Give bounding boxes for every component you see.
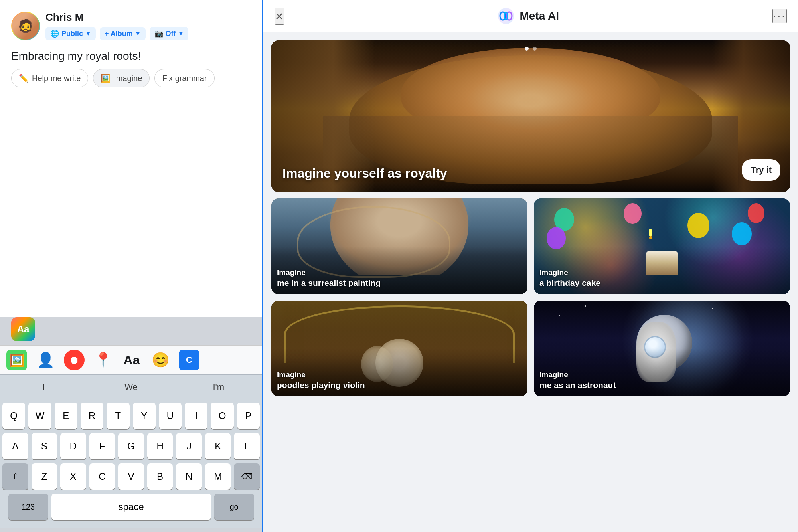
post-text: Embracing my royal roots! — [0, 47, 262, 69]
surrealist-card-text: Imagine me in a surrealist painting — [277, 268, 522, 289]
birthday-card-text: Imagine a birthday cake — [539, 268, 784, 289]
avatar: 🧔 — [11, 12, 40, 40]
more-options-button[interactable]: ··· — [772, 9, 787, 23]
key-B[interactable]: B — [147, 463, 173, 490]
public-button[interactable]: 🌐 Public ▼ — [45, 27, 96, 40]
user-name: Chris M — [45, 11, 188, 24]
key-Q[interactable]: Q — [2, 403, 25, 429]
dot-2 — [533, 47, 537, 51]
card-poodle[interactable]: Imagine poodles playing violin — [271, 301, 527, 396]
aa-button[interactable]: Aa — [11, 317, 35, 341]
pencil-icon: ✏️ — [19, 73, 29, 83]
key-L[interactable]: L — [234, 433, 260, 459]
suggestion-Im[interactable]: I'm — [175, 380, 262, 394]
keyboard-toolbar: 🖼️ 👤 ⏺ 📍 Aa 😊 C — [0, 345, 262, 374]
location-icon[interactable]: 📍 — [93, 350, 113, 370]
key-row-1: Q W E R T Y U I O P — [2, 403, 260, 429]
suggestions-row: I We I'm — [0, 374, 262, 399]
key-row-bottom: 123 space go — [2, 494, 260, 528]
key-G[interactable]: G — [118, 433, 144, 459]
key-I[interactable]: I — [185, 403, 207, 429]
key-row-3: ⇧ Z X C V B N M ⌫ — [2, 463, 260, 490]
key-R[interactable]: R — [81, 403, 103, 429]
video-icon[interactable]: ⏺ — [64, 350, 85, 370]
suggestion-I[interactable]: I — [0, 380, 87, 394]
key-T[interactable]: T — [107, 403, 129, 429]
key-K[interactable]: K — [205, 433, 231, 459]
emoji-icon[interactable]: 😊 — [150, 350, 171, 370]
key-A[interactable]: A — [2, 433, 28, 459]
poodle-card-text: Imagine poodles playing violin — [277, 370, 522, 391]
key-shift[interactable]: ⇧ — [2, 463, 28, 490]
right-panel: × Meta AI ··· — [263, 0, 798, 532]
key-delete[interactable]: ⌫ — [234, 463, 260, 490]
dot-1 — [525, 47, 529, 51]
keyboard-area: Aa 🖼️ 👤 ⏺ 📍 Aa 😊 C I We I'm Q W — [0, 317, 262, 532]
hero-text: Imagine yourself as royalty — [282, 166, 734, 181]
photo-icon[interactable]: 🖼️ — [6, 350, 27, 370]
small-grid-row-2: Imagine poodles playing violin — [271, 301, 790, 396]
meta-ai-title: Meta AI — [497, 7, 559, 25]
key-numbers[interactable]: 123 — [8, 494, 48, 520]
card-birthday[interactable]: Imagine a birthday cake — [534, 198, 790, 294]
card-surrealist[interactable]: Imagine me in a surrealist painting — [271, 198, 527, 294]
post-header: 🧔 Chris M 🌐 Public ▼ + Album ▼ 📷 Off ▼ — [0, 0, 262, 47]
key-N[interactable]: N — [176, 463, 202, 490]
album-chevron-icon: ▼ — [135, 30, 141, 37]
key-C[interactable]: C — [89, 463, 115, 490]
meta-ai-header: × Meta AI ··· — [263, 0, 798, 32]
key-W[interactable]: W — [28, 403, 51, 429]
meta-ai-logo-icon — [497, 7, 515, 25]
key-J[interactable]: J — [176, 433, 202, 459]
off-chevron-icon: ▼ — [178, 30, 184, 37]
suggestion-We[interactable]: We — [87, 380, 175, 394]
left-panel: 🧔 Chris M 🌐 Public ▼ + Album ▼ 📷 Off ▼ E… — [0, 0, 263, 532]
key-X[interactable]: X — [60, 463, 86, 490]
key-Y[interactable]: Y — [133, 403, 156, 429]
small-grid-row-1: Imagine me in a surrealist painting — [271, 198, 790, 294]
hero-image-card[interactable]: Imagine yourself as royalty Try it — [271, 40, 790, 192]
font-icon[interactable]: Aa — [121, 350, 142, 370]
avatar-inner: 🧔 — [12, 12, 39, 40]
key-E[interactable]: E — [55, 403, 77, 429]
toolbar-icons: 🖼️ 👤 ⏺ 📍 Aa 😊 C — [6, 350, 200, 370]
person-icon[interactable]: 👤 — [35, 350, 56, 370]
key-row-2: A S D F G H J K L — [2, 433, 260, 459]
public-chevron-icon: ▼ — [85, 30, 91, 37]
album-button[interactable]: + Album ▼ — [100, 27, 146, 40]
key-space[interactable]: space — [51, 494, 211, 520]
hero-person-shape — [349, 55, 712, 184]
fix-grammar-button[interactable]: Fix grammar — [154, 69, 214, 87]
key-H[interactable]: H — [147, 433, 173, 459]
key-O[interactable]: O — [211, 403, 233, 429]
key-V[interactable]: V — [118, 463, 144, 490]
key-U[interactable]: U — [159, 403, 182, 429]
c-icon[interactable]: C — [179, 350, 200, 370]
user-info: Chris M 🌐 Public ▼ + Album ▼ 📷 Off ▼ — [45, 11, 188, 40]
try-it-button[interactable]: Try it — [742, 159, 780, 181]
astronaut-card-text: Imagine me as an astronaut — [539, 370, 784, 391]
hero-dots — [525, 47, 537, 51]
key-Z[interactable]: Z — [32, 463, 57, 490]
help-write-button[interactable]: ✏️ Help me write — [11, 69, 88, 87]
key-M[interactable]: M — [205, 463, 231, 490]
close-button[interactable]: × — [275, 8, 284, 25]
privacy-row: 🌐 Public ▼ + Album ▼ 📷 Off ▼ — [45, 27, 188, 40]
keyboard-rows: Q W E R T Y U I O P A S D F G H J K L — [0, 399, 262, 528]
off-button[interactable]: 📷 Off ▼ — [150, 27, 189, 40]
key-P[interactable]: P — [237, 403, 260, 429]
key-go[interactable]: go — [214, 494, 254, 520]
key-F[interactable]: F — [89, 433, 115, 459]
image-icon: 🖼️ — [101, 73, 111, 83]
card-astronaut[interactable]: Imagine me as an astronaut — [534, 301, 790, 396]
ai-buttons-row: ✏️ Help me write 🖼️ Imagine Fix grammar — [0, 69, 262, 95]
images-grid: Imagine yourself as royalty Try it Imagi… — [263, 32, 798, 532]
key-D[interactable]: D — [60, 433, 86, 459]
imagine-button[interactable]: 🖼️ Imagine — [93, 69, 150, 87]
key-S[interactable]: S — [32, 433, 57, 459]
